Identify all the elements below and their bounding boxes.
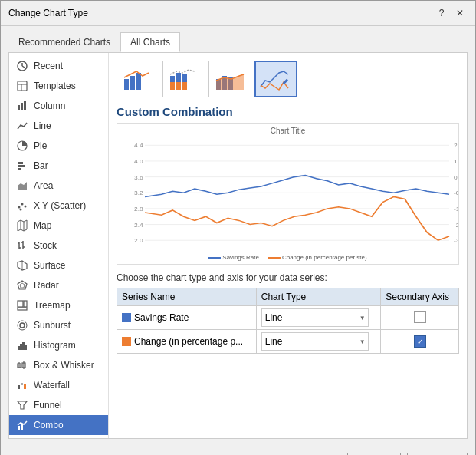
sidebar-item-label: Sunburst	[34, 320, 71, 331]
svg-rect-11	[18, 165, 25, 167]
map-icon	[15, 219, 29, 232]
sidebar-item-label: X Y (Scatter)	[34, 200, 86, 211]
svg-marker-30	[20, 283, 25, 288]
template-icon	[15, 79, 29, 93]
svg-text:1.8: 1.8	[454, 159, 459, 165]
sidebar-item-funnel[interactable]: Funnel	[9, 395, 108, 415]
svg-text:-3.2: -3.2	[454, 238, 459, 244]
svg-rect-52	[136, 73, 141, 90]
svg-rect-38	[22, 342, 25, 350]
svg-text:2.0: 2.0	[134, 238, 143, 244]
svg-rect-44	[18, 385, 20, 389]
svg-rect-6	[18, 105, 20, 110]
sidebar-item-recent[interactable]: Recent	[9, 56, 108, 76]
sidebar-item-line[interactable]: Line	[9, 116, 108, 136]
chart-thumb-2[interactable]	[162, 61, 205, 97]
svg-rect-7	[21, 103, 23, 110]
sidebar-item-stock[interactable]: Stock	[9, 236, 108, 256]
svg-rect-56	[176, 82, 181, 90]
sidebar-item-area[interactable]: Area	[9, 176, 108, 196]
sidebar-item-bar[interactable]: Bar	[9, 156, 108, 176]
chart-thumb-1[interactable]	[117, 61, 159, 97]
sidebar-item-pie[interactable]: Pie	[9, 136, 108, 156]
main-area: Custom Combination Chart Title	[109, 53, 467, 438]
svg-point-14	[18, 206, 21, 209]
bar-icon	[15, 159, 29, 173]
svg-marker-47	[18, 401, 27, 409]
close-button[interactable]: ✕	[452, 5, 468, 21]
sidebar-item-treemap[interactable]: Treemap	[9, 295, 108, 315]
combo-icon	[15, 418, 29, 432]
svg-rect-50	[124, 79, 129, 90]
svg-text:2.8: 2.8	[134, 206, 143, 213]
chart-type-select-1[interactable]: Line Column Bar Area	[261, 308, 369, 327]
sidebar-item-waterfall[interactable]: Waterfall	[9, 375, 108, 395]
secondary-axis-checkbox-1[interactable]	[414, 311, 426, 323]
svg-rect-54	[170, 82, 175, 90]
tab-all-charts[interactable]: All Charts	[120, 32, 180, 52]
col-secondary-axis: Secondary Axis	[381, 288, 459, 306]
svg-point-35	[18, 321, 27, 330]
chart-type-select-wrapper-1: Line Column Bar Area	[261, 308, 369, 327]
svg-text:-1.2: -1.2	[454, 206, 459, 213]
svg-rect-10	[18, 162, 23, 164]
tab-recommended[interactable]: Recommended Charts	[8, 32, 120, 52]
svg-rect-51	[130, 76, 135, 90]
clock-icon	[15, 59, 29, 73]
pie-icon	[15, 139, 29, 153]
column-icon	[15, 99, 29, 113]
sidebar-item-combo[interactable]: Combo	[9, 415, 108, 435]
chart-type-select-2[interactable]: Line Column Bar Area	[261, 332, 369, 351]
svg-marker-13	[18, 182, 27, 190]
svg-text:-0.2: -0.2	[454, 190, 459, 196]
histogram-icon	[15, 338, 29, 352]
sidebar-item-sunburst[interactable]: Sunburst	[9, 315, 108, 335]
sidebar-item-label: Surface	[34, 260, 65, 271]
sidebar-item-column[interactable]: Column	[9, 96, 108, 116]
sidebar-item-map[interactable]: Map	[9, 216, 108, 236]
sidebar-item-templates[interactable]: Templates	[9, 76, 108, 96]
help-button[interactable]: ?	[434, 5, 449, 21]
sidebar-item-label: Treemap	[34, 300, 71, 311]
sidebar-item-label: Templates	[34, 81, 76, 91]
chart-inner-title: Chart Title	[117, 127, 458, 135]
col-series-name: Series Name	[117, 288, 257, 306]
line-icon	[15, 119, 29, 133]
sidebar-item-histogram[interactable]: Histogram	[9, 335, 108, 355]
sidebar-item-scatter[interactable]: X Y (Scatter)	[9, 196, 108, 216]
svg-marker-18	[18, 220, 27, 231]
dialog-body: RecentTemplatesColumnLinePieBarAreaX Y (…	[8, 52, 468, 439]
sidebar-item-surface[interactable]: Surface	[9, 256, 108, 275]
sidebar-item-label: Area	[34, 180, 53, 191]
combo-title: Custom Combination	[117, 105, 459, 118]
svg-marker-62	[216, 74, 244, 90]
sidebar-item-boxwhisker[interactable]: Box & Whisker	[9, 355, 108, 375]
svg-rect-57	[182, 74, 187, 82]
series-color-1	[122, 313, 131, 322]
chart-thumb-4[interactable]	[254, 61, 297, 97]
svg-text:2.8: 2.8	[454, 143, 459, 149]
title-bar: Change Chart Type ? ✕	[1, 1, 475, 26]
svg-rect-12	[18, 168, 21, 170]
radar-icon	[15, 279, 29, 292]
sidebar-item-label: Waterfall	[34, 380, 70, 391]
svg-rect-48	[18, 426, 20, 430]
surface-icon	[15, 259, 29, 272]
scatter-icon	[15, 199, 29, 213]
series-name-1: Savings Rate	[122, 312, 251, 323]
svg-rect-33	[18, 308, 27, 310]
svg-rect-39	[25, 345, 27, 350]
sidebar-item-label: Line	[34, 120, 51, 131]
svg-rect-8	[24, 101, 26, 110]
svg-rect-55	[176, 73, 181, 82]
sidebar-item-label: Combo	[34, 420, 64, 430]
secondary-axis-checkbox-2[interactable]: ✓	[414, 335, 426, 348]
sidebar: RecentTemplatesColumnLinePieBarAreaX Y (…	[9, 53, 109, 438]
table-row: Change (in percentage p... Line Column B…	[117, 330, 459, 354]
svg-rect-49	[21, 424, 23, 430]
sidebar-item-radar[interactable]: Radar	[9, 275, 108, 295]
chart-thumb-3[interactable]	[208, 61, 251, 97]
table-row: Savings Rate Line Column Bar Area	[117, 306, 459, 330]
treemap-icon	[15, 298, 29, 312]
sidebar-item-label: Map	[34, 220, 51, 231]
